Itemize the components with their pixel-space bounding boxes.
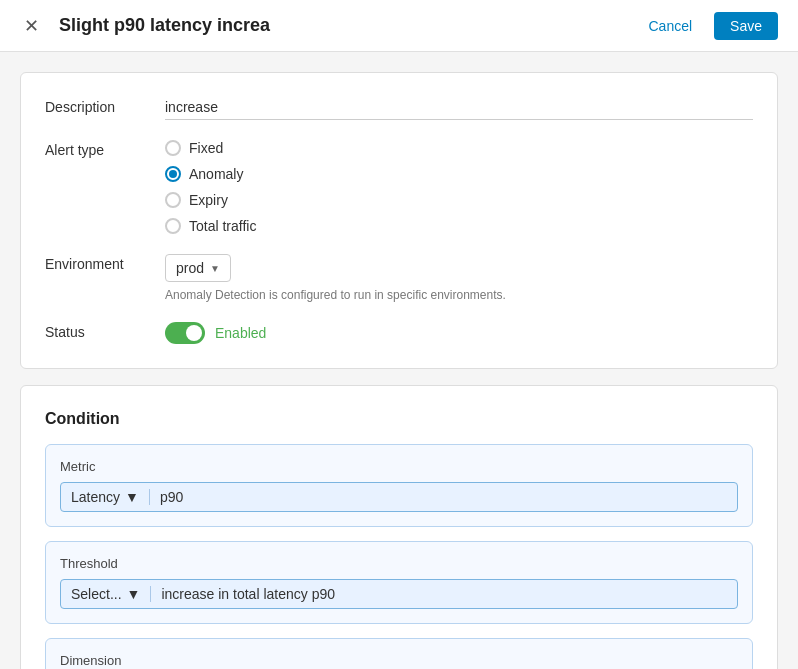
status-row: Status Enabled (45, 322, 753, 344)
environment-row: Environment prod ▼ Anomaly Detection is … (45, 254, 753, 302)
cancel-button[interactable]: Cancel (636, 12, 704, 40)
condition-card: Condition Metric Latency ▼ p90 Threshold… (20, 385, 778, 669)
threshold-select[interactable]: Select... ▼ (71, 586, 151, 602)
radio-fixed-label: Fixed (189, 140, 223, 156)
page-title: Slight p90 latency increa (59, 15, 270, 36)
environment-note: Anomaly Detection is configured to run i… (165, 288, 753, 302)
chevron-down-icon: ▼ (127, 586, 141, 602)
description-label: Description (45, 97, 165, 115)
metric-label: Metric (60, 459, 738, 474)
metric-input-row: Latency ▼ p90 (60, 482, 738, 512)
description-row: Description (45, 97, 753, 120)
toggle-thumb (186, 325, 202, 341)
status-label: Status (45, 322, 165, 340)
radio-anomaly-input[interactable] (165, 166, 181, 182)
threshold-text: increase in total latency p90 (161, 586, 335, 602)
radio-total-traffic-label: Total traffic (189, 218, 256, 234)
dimension-box: Dimension All proxies and targets detect… (45, 638, 753, 669)
alert-type-label: Alert type (45, 140, 165, 158)
description-input[interactable] (165, 97, 753, 120)
environment-dropdown[interactable]: prod ▼ (165, 254, 231, 282)
threshold-label: Threshold (60, 556, 738, 571)
environment-value: prod (176, 260, 204, 276)
metric-dropdown[interactable]: Latency ▼ (71, 489, 150, 505)
chevron-down-icon: ▼ (125, 489, 139, 505)
threshold-box: Threshold Select... ▼ increase in total … (45, 541, 753, 624)
radio-total-traffic[interactable]: Total traffic (165, 218, 753, 234)
alert-type-radio-group: Fixed Anomaly Expiry Total traffic (165, 140, 753, 234)
header: ✕ Slight p90 latency increa Cancel Save (0, 0, 798, 52)
alert-type-control: Fixed Anomaly Expiry Total traffic (165, 140, 753, 234)
environment-label: Environment (45, 254, 165, 272)
radio-expiry-input[interactable] (165, 192, 181, 208)
chevron-down-icon: ▼ (210, 263, 220, 274)
radio-fixed-input[interactable] (165, 140, 181, 156)
close-button[interactable]: ✕ (20, 11, 43, 41)
threshold-input-row: Select... ▼ increase in total latency p9… (60, 579, 738, 609)
radio-expiry[interactable]: Expiry (165, 192, 753, 208)
metric-dropdown-label: Latency (71, 489, 120, 505)
description-control (165, 97, 753, 120)
alert-type-row: Alert type Fixed Anomaly Expiry (45, 140, 753, 234)
threshold-select-label: Select... (71, 586, 122, 602)
status-toggle[interactable] (165, 322, 205, 344)
radio-total-traffic-input[interactable] (165, 218, 181, 234)
main-content: Description Alert type Fixed Anomaly (0, 52, 798, 669)
radio-anomaly-label: Anomaly (189, 166, 243, 182)
dimension-label: Dimension (60, 653, 738, 668)
toggle-track (165, 322, 205, 344)
save-button[interactable]: Save (714, 12, 778, 40)
metric-box: Metric Latency ▼ p90 (45, 444, 753, 527)
metric-value: p90 (160, 489, 727, 505)
status-toggle-row: Enabled (165, 322, 753, 344)
header-actions: Cancel Save (636, 12, 778, 40)
condition-title: Condition (45, 410, 753, 428)
status-control: Enabled (165, 322, 753, 344)
radio-fixed[interactable]: Fixed (165, 140, 753, 156)
settings-card: Description Alert type Fixed Anomaly (20, 72, 778, 369)
header-left: ✕ Slight p90 latency increa (20, 11, 270, 41)
status-text: Enabled (215, 325, 266, 341)
radio-anomaly[interactable]: Anomaly (165, 166, 753, 182)
environment-control: prod ▼ Anomaly Detection is configured t… (165, 254, 753, 302)
radio-expiry-label: Expiry (189, 192, 228, 208)
